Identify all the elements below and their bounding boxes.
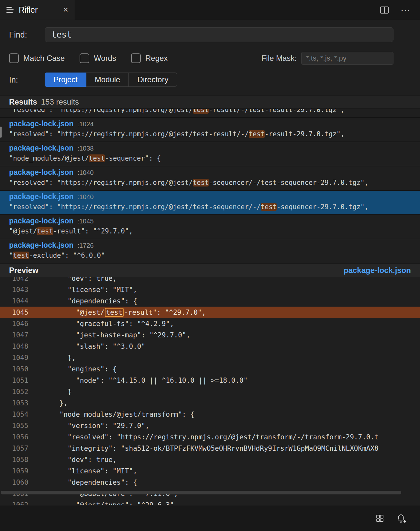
result-item[interactable]: package-lock.json :1045 "@jest/test-resu… xyxy=(0,214,420,239)
preview-line: 1052 } xyxy=(0,386,420,397)
preview-line: 1051 "node": "^14.15.0 || ^16.10.0 || >=… xyxy=(0,375,420,386)
file-mask-group: File Mask: xyxy=(261,52,393,65)
regex-label: Regex xyxy=(145,54,168,63)
line-number: 1044 xyxy=(0,297,43,305)
tab-rifler[interactable]: Rifler × xyxy=(0,0,75,20)
result-line-number: :1040 xyxy=(77,193,94,201)
preview-line: 1056 "resolved": "https://registry.npmjs… xyxy=(0,431,420,443)
split-editor-icon[interactable] xyxy=(380,6,389,14)
results-list: "resolved": "https://registry.npmjs.org/… xyxy=(0,109,420,263)
line-text: "version": "29.7.0", xyxy=(43,422,149,430)
match-highlight: test xyxy=(13,252,29,259)
preview-file-name[interactable]: package-lock.json xyxy=(344,266,411,275)
regex-checkbox[interactable] xyxy=(131,53,141,63)
result-file: package-lock.json xyxy=(9,217,73,225)
find-row: Find: xyxy=(9,27,420,42)
preview-pane[interactable]: 1042 "dev": true, 1043 "license": "MIT",… xyxy=(0,277,420,508)
line-text: "dev": true, xyxy=(43,456,117,464)
preview-line: 1046 "graceful-fs": "^4.2.9", xyxy=(0,318,420,329)
tab-bar: Rifler × ⋯ xyxy=(0,0,420,20)
scope-row: In: Project Module Directory xyxy=(9,73,420,87)
find-input[interactable] xyxy=(45,27,393,42)
result-item[interactable]: package-lock.json :1040 "resolved": "htt… xyxy=(0,166,420,190)
scope-project-button[interactable]: Project xyxy=(45,73,86,87)
result-item[interactable]: package-lock.json :1024 "resolved": "htt… xyxy=(0,117,420,141)
words-option[interactable]: Words xyxy=(80,53,116,63)
line-number: 1042 xyxy=(0,277,43,282)
tab-close-icon[interactable]: × xyxy=(63,6,68,14)
scope-segmented-control: Project Module Directory xyxy=(45,73,177,87)
line-number: 1058 xyxy=(0,456,43,464)
match-highlight: test xyxy=(105,308,124,317)
line-number: 1046 xyxy=(0,320,43,328)
result-code: "resolved": "https://registry.npmjs.org/… xyxy=(9,130,411,138)
line-text: } xyxy=(43,388,72,396)
line-text: "@jest/test-result": "^29.7.0", xyxy=(43,308,206,317)
result-file: package-lock.json xyxy=(9,241,73,249)
words-checkbox[interactable] xyxy=(80,53,89,63)
result-line-number: :1040 xyxy=(77,169,94,177)
line-number: 1053 xyxy=(0,399,43,407)
scope-directory-button[interactable]: Directory xyxy=(129,73,177,87)
preview-header: Preview package-lock.json xyxy=(0,263,420,277)
line-number: 1060 xyxy=(0,479,43,486)
result-code: "node_modules/@jest/test-sequencer": { xyxy=(9,154,411,163)
line-number: 1047 xyxy=(0,331,43,339)
line-number: 1052 xyxy=(0,388,43,396)
line-number: 1045 xyxy=(0,309,43,316)
line-text: "node_modules/@jest/transform": { xyxy=(43,411,194,418)
preview-line-highlighted: 1045 "@jest/test-result": "^29.7.0", xyxy=(0,307,420,318)
preview-line: 1049 }, xyxy=(0,352,420,363)
results-scrollbar-thumb[interactable] xyxy=(0,127,2,138)
scope-module-button[interactable]: Module xyxy=(86,73,129,87)
preview-line: 1059 "license": "MIT", xyxy=(0,465,420,477)
regex-option[interactable]: Regex xyxy=(131,53,168,63)
line-text: "jest-haste-map": "^29.7.0", xyxy=(43,331,190,339)
result-item[interactable]: package-lock.json :1726 "test-exclude": … xyxy=(0,239,420,263)
in-label: In: xyxy=(9,75,45,85)
result-item-selected[interactable]: package-lock.json :1040 "resolved": "htt… xyxy=(0,190,420,214)
results-header: Results 153 results xyxy=(0,95,420,109)
tab-title: Rifler xyxy=(19,5,38,15)
more-actions-icon[interactable]: ⋯ xyxy=(401,8,411,13)
result-item[interactable]: package-lock.json :1038 "node_modules/@j… xyxy=(0,141,420,166)
result-code: "resolved": "https://registry.npmjs.org/… xyxy=(9,109,411,114)
result-file: package-lock.json xyxy=(9,193,73,201)
line-text: "resolved": "https://registry.npmjs.org/… xyxy=(43,433,379,441)
result-line-number: :1045 xyxy=(77,217,94,225)
line-text: "graceful-fs": "^4.2.9", xyxy=(43,320,174,328)
result-file: package-lock.json xyxy=(9,120,73,128)
find-label: Find: xyxy=(9,30,45,40)
notifications-bell-icon[interactable] xyxy=(396,514,406,523)
grid-icon[interactable] xyxy=(375,514,384,523)
result-file: package-lock.json xyxy=(9,144,73,152)
match-case-label: Match Case xyxy=(23,54,65,63)
preview-line: 1057 "integrity": "sha512-ok/BTPFzFKVMwO… xyxy=(0,443,420,454)
line-number: 1048 xyxy=(0,343,43,350)
words-label: Words xyxy=(94,54,116,63)
line-text: }, xyxy=(43,399,68,407)
match-case-option[interactable]: Match Case xyxy=(9,53,65,63)
match-case-checkbox[interactable] xyxy=(9,53,19,63)
match-highlight: test xyxy=(37,227,53,235)
line-text: "engines": { xyxy=(43,365,117,373)
line-number: 1043 xyxy=(0,286,43,294)
results-count: 153 results xyxy=(41,97,79,107)
preview-line: 1047 "jest-haste-map": "^29.7.0", xyxy=(0,329,420,341)
preview-line: 1043 "license": "MIT", xyxy=(0,284,420,295)
line-text: "slash": "^3.0.0" xyxy=(43,343,145,350)
results-title: Results xyxy=(9,97,37,107)
line-text: }, xyxy=(43,354,76,362)
options-row: Match Case Words Regex File Mask: xyxy=(9,52,420,65)
file-mask-input[interactable] xyxy=(301,52,393,65)
status-bar xyxy=(0,505,420,531)
result-item-clipped[interactable]: "resolved": "https://registry.npmjs.org/… xyxy=(0,109,420,117)
line-number: 1054 xyxy=(0,411,43,418)
result-line-number: :1038 xyxy=(77,144,94,153)
preview-title: Preview xyxy=(9,266,39,275)
preview-line: 1058 "dev": true, xyxy=(0,454,420,465)
result-code: "test-exclude": "^6.0.0" xyxy=(9,251,411,260)
horizontal-scrollbar[interactable] xyxy=(1,491,401,494)
preview-line: 1055 "version": "29.7.0", xyxy=(0,420,420,431)
preview-line: 1044 "dependencies": { xyxy=(0,295,420,307)
